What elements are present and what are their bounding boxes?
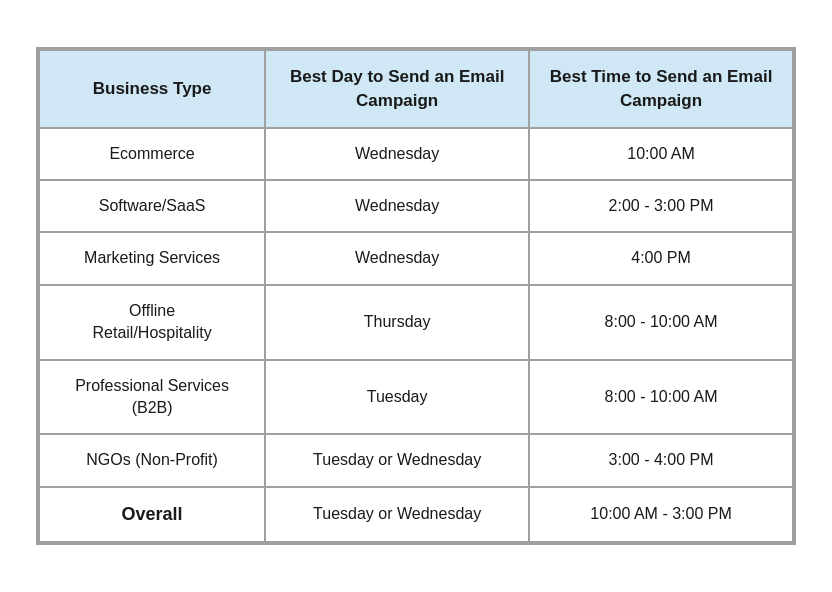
cell-best-day: Wednesday xyxy=(265,232,529,284)
cell-best-day: Tuesday or Wednesday xyxy=(265,487,529,542)
table-row: Professional Services(B2B)Tuesday8:00 - … xyxy=(39,360,793,435)
table-row: OverallTuesday or Wednesday10:00 AM - 3:… xyxy=(39,487,793,542)
cell-best-day: Tuesday xyxy=(265,360,529,435)
cell-business-type: OfflineRetail/Hospitality xyxy=(39,285,265,360)
cell-business-type: Professional Services(B2B) xyxy=(39,360,265,435)
table-row: EcommerceWednesday10:00 AM xyxy=(39,128,793,180)
table-row: OfflineRetail/HospitalityThursday8:00 - … xyxy=(39,285,793,360)
table-row: Marketing ServicesWednesday4:00 PM xyxy=(39,232,793,284)
table-row: Software/SaaSWednesday2:00 - 3:00 PM xyxy=(39,180,793,232)
cell-best-day: Tuesday or Wednesday xyxy=(265,434,529,486)
cell-best-time: 10:00 AM - 3:00 PM xyxy=(529,487,793,542)
cell-best-time: 3:00 - 4:00 PM xyxy=(529,434,793,486)
cell-business-type: Marketing Services xyxy=(39,232,265,284)
table-body: EcommerceWednesday10:00 AMSoftware/SaaSW… xyxy=(39,128,793,542)
cell-best-day: Thursday xyxy=(265,285,529,360)
cell-best-time: 8:00 - 10:00 AM xyxy=(529,360,793,435)
header-business-type: Business Type xyxy=(39,50,265,128)
table-header-row: Business Type Best Day to Send an Email … xyxy=(39,50,793,128)
cell-best-time: 4:00 PM xyxy=(529,232,793,284)
table-row: NGOs (Non-Profit)Tuesday or Wednesday3:0… xyxy=(39,434,793,486)
cell-business-type: Ecommerce xyxy=(39,128,265,180)
cell-best-day: Wednesday xyxy=(265,128,529,180)
cell-business-type: NGOs (Non-Profit) xyxy=(39,434,265,486)
header-best-time: Best Time to Send an Email Campaign xyxy=(529,50,793,128)
cell-business-type: Software/SaaS xyxy=(39,180,265,232)
cell-best-time: 10:00 AM xyxy=(529,128,793,180)
cell-business-type: Overall xyxy=(39,487,265,542)
header-best-day: Best Day to Send an Email Campaign xyxy=(265,50,529,128)
cell-best-time: 2:00 - 3:00 PM xyxy=(529,180,793,232)
cell-best-time: 8:00 - 10:00 AM xyxy=(529,285,793,360)
cell-best-day: Wednesday xyxy=(265,180,529,232)
email-campaign-table: Business Type Best Day to Send an Email … xyxy=(36,47,796,545)
